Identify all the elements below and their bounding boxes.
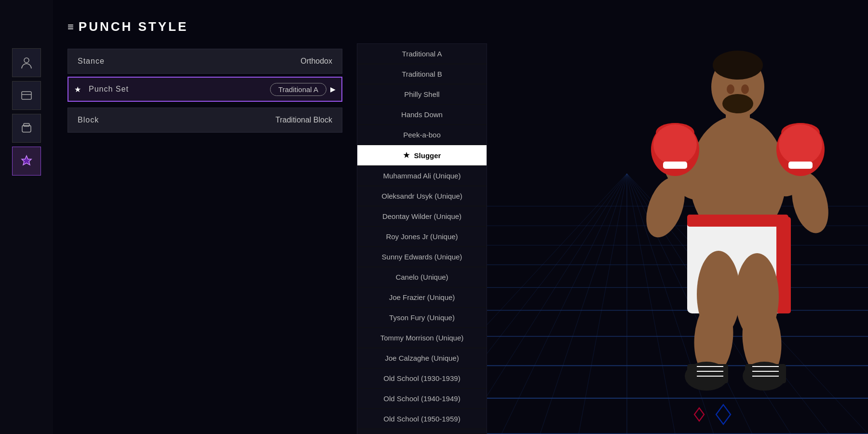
- dropdown-item-hands-down[interactable]: Hands Down: [357, 105, 487, 125]
- svg-point-33: [727, 84, 734, 94]
- punch-set-star: ★: [74, 85, 81, 94]
- dropdown-item-peek-a-boo[interactable]: Peek-a-boo: [357, 125, 487, 145]
- stance-label: Stance: [78, 57, 105, 66]
- block-row[interactable]: Block Traditional Block: [68, 108, 342, 133]
- dropdown-item-roy-jones-jr[interactable]: Roy Jones Jr (Unique): [357, 227, 487, 247]
- stance-row[interactable]: Stance Orthodox: [68, 49, 342, 74]
- svg-marker-5: [22, 156, 31, 165]
- dropdown-item-tommy-morrison[interactable]: Tommy Morrison (Unique): [357, 328, 487, 348]
- main-content: ≡ PUNCH STYLE Stance Orthodox ★ Punch Se…: [53, 0, 391, 434]
- svg-rect-46: [663, 162, 687, 169]
- punch-set-right: Traditional A ▶: [270, 83, 336, 96]
- page-title-container: ≡ PUNCH STYLE: [68, 19, 376, 34]
- stance-value: Orthodox: [300, 57, 332, 66]
- punch-set-arrow: ▶: [330, 85, 336, 93]
- punch-set-value-capsule: Traditional A: [270, 83, 326, 96]
- dropdown-item-oleksandr-usyk[interactable]: Oleksandr Usyk (Unique): [357, 186, 487, 206]
- punch-set-row[interactable]: ★ Punch Set Traditional A ▶: [68, 77, 342, 102]
- svg-rect-1: [22, 92, 31, 99]
- block-label: Block: [78, 116, 99, 124]
- dropdown-item-tyson-fury[interactable]: Tyson Fury (Unique): [357, 308, 487, 328]
- selected-star-icon: ★: [403, 151, 409, 160]
- dropdown-item-canelo[interactable]: Canelo (Unique): [357, 267, 487, 287]
- punch-style-dropdown: Traditional ATraditional BPhilly ShellHa…: [357, 43, 487, 434]
- svg-rect-40: [687, 215, 788, 227]
- dropdown-item-deontay-wilder[interactable]: Deontay Wilder (Unique): [357, 206, 487, 227]
- svg-point-45: [653, 124, 697, 165]
- dropdown-item-label: Slugger: [414, 151, 441, 160]
- dropdown-item-slugger[interactable]: ★Slugger: [357, 145, 487, 166]
- svg-point-32: [713, 51, 763, 80]
- sidebar-item-glove[interactable]: [12, 114, 41, 143]
- svg-point-35: [722, 94, 753, 113]
- svg-point-0: [24, 58, 29, 63]
- page-title: PUNCH STYLE: [79, 19, 188, 34]
- character-figure: [564, 29, 844, 405]
- dropdown-item-joe-frazier[interactable]: Joe Frazier (Unique): [357, 287, 487, 308]
- svg-marker-30: [716, 405, 731, 424]
- dropdown-item-old-school-1950[interactable]: Old School (1950-1959): [357, 409, 487, 429]
- sidebar-item-special[interactable]: [12, 147, 41, 176]
- dropdown-item-old-school-1940[interactable]: Old School (1940-1949): [357, 389, 487, 409]
- svg-point-34: [741, 84, 749, 94]
- punch-set-label: Punch Set: [89, 85, 129, 94]
- dropdown-item-philly-shell[interactable]: Philly Shell: [357, 84, 487, 105]
- svg-marker-29: [694, 408, 704, 421]
- dropdown-item-sunny-edwards[interactable]: Sunny Edwards (Unique): [357, 247, 487, 267]
- sidebar-item-person[interactable]: [12, 48, 41, 77]
- svg-rect-4: [24, 123, 29, 126]
- sidebar-item-fighter[interactable]: [12, 81, 41, 110]
- menu-icon: ≡: [68, 21, 74, 33]
- dropdown-item-joe-calzaghe[interactable]: Joe Calzaghe (Unique): [357, 348, 487, 368]
- dropdown-item-old-school-1930[interactable]: Old School (1930-1939): [357, 368, 487, 389]
- dropdown-item-muhammad-ali[interactable]: Muhammad Ali (Unique): [357, 166, 487, 186]
- punch-set-value: Traditional A: [278, 85, 318, 94]
- sidebar: [0, 0, 53, 434]
- dropdown-item-traditional-b[interactable]: Traditional B: [357, 64, 487, 84]
- dropdown-item-traditional-a[interactable]: Traditional A: [357, 44, 487, 64]
- block-value: Traditional Block: [275, 116, 332, 124]
- dropdown-scroll-down[interactable]: ▼: [357, 429, 487, 434]
- svg-rect-52: [788, 162, 813, 169]
- svg-point-51: [779, 124, 822, 165]
